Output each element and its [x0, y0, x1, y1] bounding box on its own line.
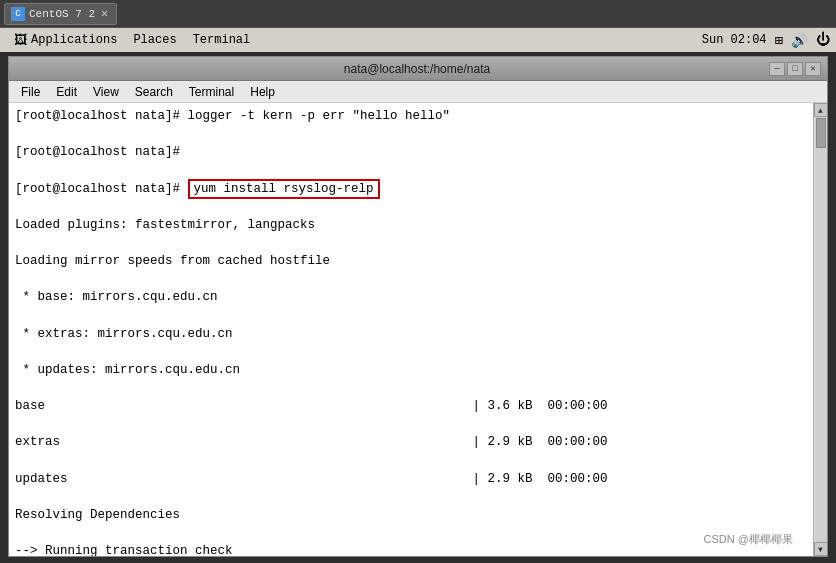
terminal-top-label: Terminal [193, 33, 251, 47]
menu-file[interactable]: File [13, 83, 48, 101]
terminal-title: nata@localhost:/home/nata [65, 62, 769, 76]
terminal-line: [root@localhost nata]# logger -t kern -p… [15, 107, 807, 125]
terminal-window: nata@localhost:/home/nata — □ ✕ File Edi… [8, 56, 828, 557]
terminal-titlebar: nata@localhost:/home/nata — □ ✕ [9, 57, 827, 81]
volume-icon[interactable]: 🔊 [791, 32, 808, 49]
places-label: Places [133, 33, 176, 47]
taskbar-left: C CentOS 7 2 ✕ [4, 3, 117, 25]
terminal-body: [root@localhost nata]# logger -t kern -p… [9, 103, 827, 556]
taskbar-window-button[interactable]: C CentOS 7 2 ✕ [4, 3, 117, 25]
terminal-output: [root@localhost nata]# logger -t kern -p… [15, 107, 807, 556]
network-icon[interactable]: ⊞ [775, 32, 783, 49]
terminal-line: Loading mirror speeds from cached hostfi… [15, 252, 807, 270]
applications-label: Applications [31, 33, 117, 47]
taskbar: C CentOS 7 2 ✕ [0, 0, 836, 28]
menubar-time: Sun 02:04 [702, 33, 767, 47]
terminal-line: [root@localhost nata]# [15, 143, 807, 161]
menubar-terminal-top[interactable]: Terminal [185, 31, 259, 49]
menu-search[interactable]: Search [127, 83, 181, 101]
terminal-line: updates | 2.9 kB 00:00:00 [15, 470, 807, 488]
scrollbar[interactable]: ▲ ▼ [813, 103, 827, 556]
terminal-line: base | 3.6 kB 00:00:00 [15, 397, 807, 415]
menubar-right: Sun 02:04 ⊞ 🔊 ⏻ [702, 32, 830, 49]
menubar-places[interactable]: Places [125, 31, 184, 49]
close-button[interactable]: ✕ [805, 62, 821, 76]
taskbar-close-btn[interactable]: ✕ [99, 6, 110, 21]
maximize-button[interactable]: □ [787, 62, 803, 76]
window-controls: — □ ✕ [769, 62, 821, 76]
highlighted-command: yum install rsyslog-relp [188, 179, 380, 199]
terminal-line: --> Running transaction check [15, 542, 807, 556]
scroll-down-arrow[interactable]: ▼ [814, 542, 828, 556]
menu-view[interactable]: View [85, 83, 127, 101]
menu-edit[interactable]: Edit [48, 83, 85, 101]
watermark: CSDN @椰椰椰果 [704, 532, 793, 548]
minimize-button[interactable]: — [769, 62, 785, 76]
terminal-menubar: File Edit View Search Terminal Help [9, 81, 827, 103]
terminal-line: Resolving Dependencies [15, 506, 807, 524]
terminal-line: Loaded plugins: fastestmirror, langpacks [15, 216, 807, 234]
menu-terminal[interactable]: Terminal [181, 83, 242, 101]
scroll-thumb[interactable] [816, 118, 826, 148]
centos-icon: C [11, 7, 25, 21]
menubar-left: 🖼 Applications Places Terminal [6, 31, 702, 50]
power-icon[interactable]: ⏻ [816, 32, 830, 48]
terminal-line: * updates: mirrors.cqu.edu.cn [15, 361, 807, 379]
terminal-line: [root@localhost nata]# yum install rsysl… [15, 180, 807, 198]
scroll-track[interactable] [815, 117, 827, 542]
desktop-menubar: 🖼 Applications Places Terminal Sun 02:04… [0, 28, 836, 52]
menubar-applications[interactable]: 🖼 Applications [6, 31, 125, 50]
taskbar-window-label: CentOS 7 2 [29, 8, 95, 20]
app-menu-icon: 🖼 [14, 33, 27, 48]
menu-help[interactable]: Help [242, 83, 283, 101]
terminal-line: * extras: mirrors.cqu.edu.cn [15, 325, 807, 343]
terminal-line: * base: mirrors.cqu.edu.cn [15, 288, 807, 306]
scroll-up-arrow[interactable]: ▲ [814, 103, 828, 117]
terminal-content[interactable]: [root@localhost nata]# logger -t kern -p… [9, 103, 813, 556]
terminal-line: extras | 2.9 kB 00:00:00 [15, 433, 807, 451]
